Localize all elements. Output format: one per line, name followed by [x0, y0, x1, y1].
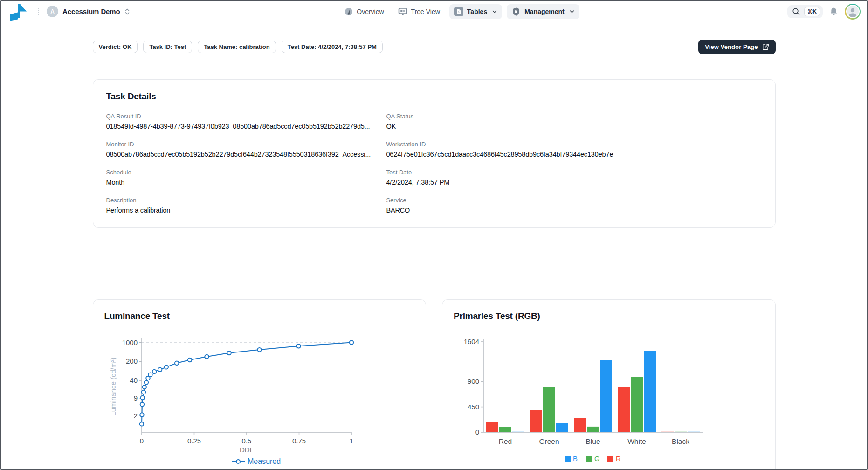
bar-G-red	[499, 427, 511, 432]
section-divider	[93, 242, 776, 242]
task-name-badge: Task Name: calibration	[198, 41, 276, 53]
series-measured	[139, 340, 353, 426]
bar-G-black	[675, 432, 687, 432]
category-labels: RedGreenBlueWhiteBlack	[499, 437, 689, 445]
user-avatar[interactable]	[845, 4, 861, 20]
svg-text:900: 900	[468, 377, 479, 385]
field-value: Month	[106, 179, 382, 186]
svg-text:Black: Black	[672, 437, 689, 445]
field-workstation-id: Workstation ID 0624f75e01fc367c5cd1daacc…	[386, 141, 766, 158]
task-details-card: Task Details QA Result ID 018549fd-4987-…	[93, 79, 776, 228]
svg-text:G: G	[594, 455, 600, 463]
svg-text:Red: Red	[499, 437, 512, 445]
nav-tree-view[interactable]: Tree View	[393, 5, 445, 19]
svg-text:Blue: Blue	[586, 437, 600, 445]
field-value: 4/2/2024, 7:38:57 PM	[386, 179, 766, 186]
field-label: Test Date	[386, 169, 766, 176]
field-label: Description	[106, 197, 382, 204]
workspace-name: Accessium Demo	[62, 7, 120, 15]
tick-labels: 2940200100000.250.50.751	[122, 339, 353, 445]
external-link-icon	[762, 43, 769, 50]
chart-legend[interactable]: BGR	[565, 455, 621, 463]
bar-G-blue	[587, 427, 599, 432]
chevron-down-icon	[492, 9, 497, 14]
chevron-down-icon	[569, 9, 575, 14]
field-description: Description Performs a calibration	[106, 197, 382, 214]
field-test-date: Test Date 4/2/2024, 7:38:57 PM	[386, 169, 766, 186]
field-label: Monitor ID	[106, 141, 382, 148]
gauge-icon	[344, 7, 353, 16]
bar-R-green	[530, 410, 542, 432]
svg-text:1604: 1604	[464, 338, 479, 346]
header-divider-handle	[38, 8, 39, 15]
primaries-chart-title: Primaries Test (RGB)	[454, 311, 764, 321]
workspace-switcher[interactable]: A Accessium Demo	[47, 6, 130, 17]
tick-labels: 04509001604	[464, 338, 483, 436]
chart-legend[interactable]: Measured	[232, 457, 281, 465]
svg-text:0.75: 0.75	[292, 437, 305, 445]
svg-text:450: 450	[468, 403, 479, 411]
workspace-avatar: A	[47, 6, 58, 17]
svg-text:40: 40	[130, 376, 138, 384]
svg-text:9: 9	[133, 394, 137, 402]
field-label: Workstation ID	[386, 141, 766, 148]
nav-tables[interactable]: Tables	[449, 4, 502, 19]
field-value: BARCO	[386, 207, 766, 214]
summary-badge-row: Verdict: OK Task ID: Test Task Name: cal…	[93, 40, 776, 54]
svg-text:B: B	[573, 455, 578, 463]
charts-row: Luminance Test 2940200100000.250.50.751D…	[93, 299, 776, 470]
shield-lock-icon	[511, 7, 521, 16]
nav-label: Management	[524, 8, 565, 15]
axes	[483, 339, 703, 432]
bar-R-blue	[574, 418, 586, 432]
luminance-test-card: Luminance Test 2940200100000.250.50.751D…	[93, 299, 427, 470]
svg-text:1: 1	[349, 437, 353, 445]
monitor-list-icon	[398, 7, 407, 16]
axes	[142, 338, 351, 432]
svg-text:0: 0	[139, 437, 143, 445]
svg-text:0: 0	[475, 428, 479, 436]
nav-label: Tree View	[411, 8, 440, 15]
svg-text:Green: Green	[539, 437, 559, 445]
svg-text:0.25: 0.25	[187, 437, 200, 445]
bar-R-red	[486, 422, 498, 432]
field-value: 018549fd-4987-4b39-8773-974937f0b923_085…	[106, 123, 382, 130]
field-value: 0624f75e01fc367c5cd1daacc3c4686f45c28958…	[386, 151, 766, 158]
x-axis-label: DDL	[239, 446, 253, 454]
bar-series	[486, 351, 700, 432]
nav-overview[interactable]: Overview	[340, 5, 388, 19]
field-label: Service	[386, 197, 766, 204]
svg-text:0.5: 0.5	[241, 437, 251, 445]
field-schedule: Schedule Month	[106, 169, 382, 186]
search-button[interactable]: ⌘K	[787, 5, 823, 18]
bar-G-green	[543, 387, 555, 432]
task-details-grid: QA Result ID 018549fd-4987-4b39-8773-974…	[106, 113, 762, 214]
top-nav-bar: A Accessium Demo Overview	[1, 1, 867, 22]
bar-B-blue	[600, 360, 612, 432]
nav-management[interactable]: Management	[507, 4, 579, 19]
notifications-bell-icon[interactable]	[829, 7, 838, 16]
search-icon	[792, 7, 800, 16]
field-qa-status: QA Status OK	[386, 113, 766, 130]
svg-text:White: White	[627, 437, 646, 445]
luminance-chart-title: Luminance Test	[104, 311, 415, 321]
svg-text:Measured: Measured	[248, 457, 281, 465]
field-service: Service BARCO	[386, 197, 766, 214]
bar-B-green	[556, 423, 568, 432]
field-monitor-id: Monitor ID 08500ab786ad5ccd7ec05b5192b52…	[106, 141, 382, 158]
bar-R-black	[661, 432, 674, 432]
task-id-badge: Task ID: Test	[143, 41, 192, 53]
main-nav: Overview Tree View	[340, 4, 579, 19]
svg-text:1000: 1000	[122, 339, 137, 346]
svg-text:2: 2	[133, 412, 137, 420]
field-label: QA Result ID	[106, 113, 382, 120]
nav-label: Tables	[467, 8, 487, 15]
logo-icon[interactable]	[7, 2, 27, 21]
field-value: Performs a calibration	[106, 207, 382, 214]
view-vendor-page-button[interactable]: View Vendor Page	[698, 40, 775, 54]
bar-B-black	[688, 432, 700, 432]
view-vendor-page-label: View Vendor Page	[705, 43, 758, 50]
field-qa-result-id: QA Result ID 018549fd-4987-4b39-8773-974…	[106, 113, 382, 130]
app-window: A Accessium Demo Overview	[0, 0, 868, 470]
svg-text:R: R	[616, 455, 621, 463]
